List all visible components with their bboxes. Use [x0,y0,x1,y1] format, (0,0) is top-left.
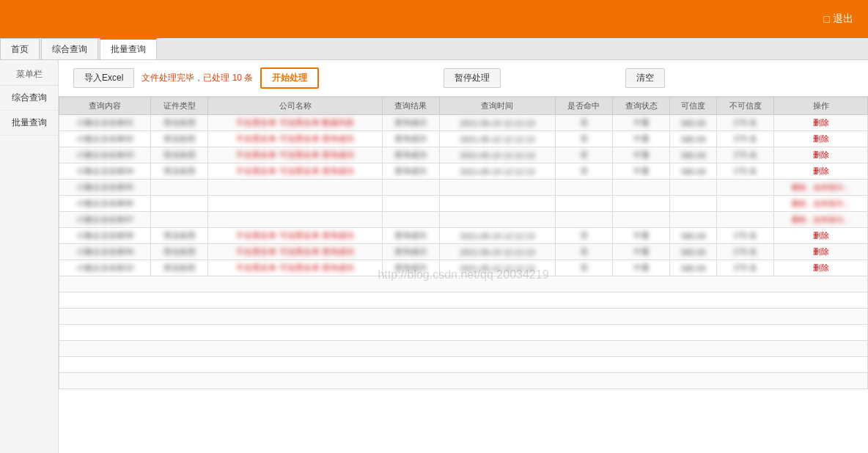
sidebar-item-batch[interactable]: 批量查询 [0,111,58,136]
table-row: 小微企业名称03 营业执照 不在黑名单 可信黑名单 查询成功 查询成功 2021… [59,147,868,163]
delete-link[interactable]: 删除 [813,134,829,143]
table-row: 小微企业名称06 删除，如有疑问… [59,196,868,212]
table-row-empty [59,373,868,389]
col-query-status: 查询状态 [613,97,670,115]
col-hit: 是否命中 [555,97,612,115]
table-row-empty [59,309,868,325]
toolbar: 导入Excel 文件处理完毕，已处理 10 条 开始处理 暂停处理 清空 [59,60,868,97]
delete-link[interactable]: 删除 [813,231,829,240]
main-layout: 菜单栏 综合查询 批量查询 导入Excel 文件处理完毕，已处理 10 条 开始… [0,60,868,453]
clear-button[interactable]: 清空 [625,68,665,88]
data-table: 查询内容 证件类型 公司名称 查询结果 查询时间 是否命中 查询状态 可信度 不… [59,97,868,389]
sidebar-item-comprehensive[interactable]: 综合查询 [0,86,58,111]
sidebar: 菜单栏 综合查询 批量查询 [0,60,59,453]
delete-link[interactable]: 删除，如有疑问… [792,183,850,191]
table-header: 查询内容 证件类型 公司名称 查询结果 查询时间 是否命中 查询状态 可信度 不… [59,97,868,115]
tab-batch-query[interactable]: 批量查询 [100,38,157,59]
table-row-empty [59,357,868,373]
col-credibility: 可信度 [670,97,717,115]
table-row: 小微企业名称07 删除，如有疑问… [59,212,868,228]
nav-bar: 首页 综合查询 批量查询 [0,38,868,60]
exit-button[interactable]: □ 退出 [824,12,853,26]
delete-link[interactable]: 删除 [813,247,829,256]
delete-link[interactable]: 删除 [813,263,829,272]
exit-icon: □ [824,13,830,25]
col-query-content: 查询内容 [59,97,151,115]
table-row-empty [59,341,868,357]
table-row: 小微企业名称10 营业执照 不在黑名单 可信黑名单 查询成功 查询成功 2021… [59,260,868,276]
table-row: 小微企业名称08 营业执照 不在黑名单 可信黑名单 查询成功 查询成功 2021… [59,228,868,244]
sidebar-menu-label: 菜单栏 [0,64,58,86]
start-process-button[interactable]: 开始处理 [260,67,319,89]
delete-link[interactable]: 删除 [813,166,829,175]
col-incredibility: 不可信度 [717,97,774,115]
pause-process-button[interactable]: 暂停处理 [444,68,501,88]
table-row: 小微企业名称09 营业执照 不在黑名单 可信黑名单 查询成功 查询成功 2021… [59,244,868,260]
exit-label: 退出 [833,12,853,26]
table-row-empty [59,276,868,292]
table-body: 小微企业名称01 营业执照 不在黑名单 可信黑名单 数据内容 查询成功 2021… [59,115,868,389]
col-company-name: 公司名称 [208,97,382,115]
header: □ 退出 [0,0,868,38]
content-area: 导入Excel 文件处理完毕，已处理 10 条 开始处理 暂停处理 清空 查询内… [59,60,868,453]
col-query-result: 查询结果 [382,97,439,115]
col-action: 操作 [774,97,868,115]
table-container[interactable]: 查询内容 证件类型 公司名称 查询结果 查询时间 是否命中 查询状态 可信度 不… [59,97,868,453]
col-query-time: 查询时间 [439,97,555,115]
tab-home[interactable]: 首页 [0,38,40,59]
delete-link[interactable]: 删除 [813,118,829,127]
import-excel-button[interactable]: 导入Excel [73,68,134,88]
table-row: 小微企业名称02 营业执照 不在黑名单 可信黑名单 查询成功 查询成功 2021… [59,131,868,147]
delete-link[interactable]: 删除 [813,150,829,159]
delete-link[interactable]: 删除，如有疑问… [792,216,850,224]
col-cert-type: 证件类型 [151,97,208,115]
status-text: 文件处理完毕，已处理 10 条 [141,72,253,84]
table-row-empty [59,325,868,341]
table-row: 小微企业名称05 删除，如有疑问… [59,180,868,196]
tab-comprehensive-query[interactable]: 综合查询 [41,38,98,59]
delete-link[interactable]: 删除，如有疑问… [792,199,850,207]
table-row-empty [59,292,868,309]
table-row: 小微企业名称01 营业执照 不在黑名单 可信黑名单 数据内容 查询成功 2021… [59,115,868,131]
table-row: 小微企业名称04 营业执照 不在黑名单 可信黑名单 查询成功 查询成功 2021… [59,163,868,180]
